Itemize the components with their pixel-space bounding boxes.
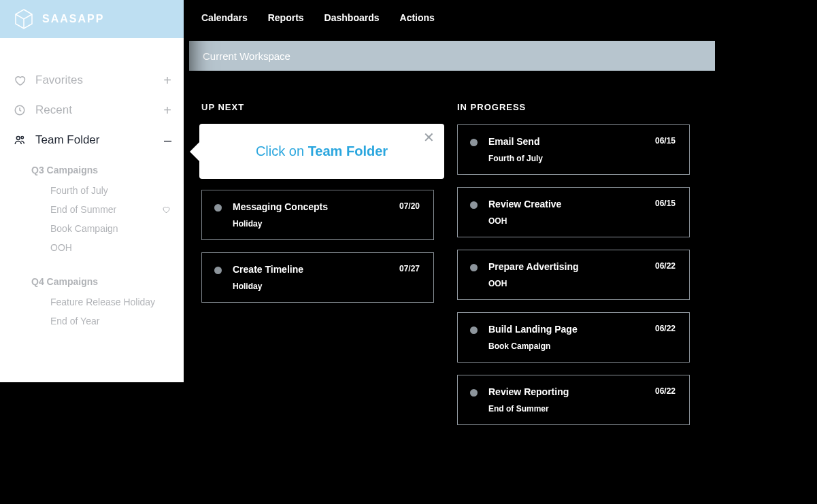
status-dot-icon (214, 267, 222, 274)
minus-icon[interactable]: – (164, 133, 171, 147)
sidebar-sub-item-label: OOH (50, 242, 170, 253)
card-body: Review Creative OOH (488, 199, 644, 226)
card-date: 07/27 (399, 264, 420, 291)
card-date: 06/22 (655, 386, 676, 414)
sidebar-sub-item-label: End of Summer (50, 204, 162, 215)
card-date: 06/15 (655, 136, 676, 163)
task-card[interactable]: Email Send Fourth of July 06/15 (457, 124, 690, 175)
nav-actions[interactable]: Actions (400, 12, 435, 23)
sidebar-item-team-folder[interactable]: Team Folder – (0, 125, 184, 155)
svg-point-1 (16, 137, 20, 140)
card-body: Messaging Concepts Holiday (233, 201, 388, 229)
card-subtitle: OOH (488, 279, 644, 288)
tooltip-text: Click on Team Folder (256, 144, 388, 159)
sidebar-sub-item[interactable]: End of Summer (0, 200, 184, 219)
card-body: Prepare Advertising OOH (488, 261, 644, 288)
card-title: Build Landing Page (488, 324, 644, 335)
status-dot-icon (470, 201, 478, 209)
sidebar-item-label: Recent (35, 103, 163, 117)
sidebar-item-label: Team Folder (35, 133, 164, 147)
card-title: Review Creative (488, 199, 644, 209)
heart-outline-icon (162, 205, 170, 214)
nav-reports[interactable]: Reports (268, 12, 304, 23)
card-title: Create Timeline (233, 264, 388, 275)
plus-icon[interactable]: + (163, 73, 171, 87)
card-subtitle: End of Summer (488, 404, 644, 414)
column-title: IN PROGRESS (457, 102, 690, 112)
sidebar-sub-item[interactable]: End of Year (0, 312, 184, 331)
sidebar-group-header[interactable]: Q3 Campaigns (0, 155, 184, 181)
status-dot-icon (470, 139, 478, 146)
card-subtitle: Holiday (233, 219, 388, 229)
card-date: 06/22 (655, 324, 676, 351)
sidebar-sub-item-label: Feature Release Holiday (50, 297, 170, 307)
card-subtitle: OOH (488, 216, 644, 226)
task-card[interactable]: Prepare Advertising OOH 06/22 (457, 250, 690, 300)
card-date: 06/15 (655, 199, 676, 226)
column-title: UP NEXT (201, 102, 434, 112)
task-card[interactable]: Review Reporting End of Summer 06/22 (457, 375, 690, 425)
people-icon (14, 134, 26, 146)
close-icon[interactable]: ✕ (423, 131, 435, 144)
sidebar-item-favorites[interactable]: Favorites + (0, 65, 184, 95)
card-subtitle: Fourth of July (488, 154, 644, 163)
sidebar: SAASAPP Favorites + Recent + Team Folder… (0, 0, 184, 382)
sidebar-sub-item-label: Fourth of July (50, 185, 170, 196)
card-title: Review Reporting (488, 386, 644, 397)
clock-icon (14, 104, 26, 116)
status-dot-icon (470, 389, 478, 397)
tooltip-emphasis: Team Folder (308, 144, 388, 158)
card-title: Email Send (488, 136, 644, 147)
cube-icon (15, 9, 33, 29)
sidebar-sub-item[interactable]: Fourth of July (0, 181, 184, 200)
workspace-title: Current Workspace (203, 50, 290, 62)
card-title: Prepare Advertising (488, 261, 644, 272)
spacer (0, 38, 184, 65)
sidebar-sub-item[interactable]: OOH (0, 238, 184, 257)
sidebar-sub-item[interactable]: Book Campaign (0, 219, 184, 238)
tooltip-prefix: Click on (256, 144, 308, 158)
sidebar-sub-item[interactable]: Feature Release Holiday (0, 292, 184, 312)
card-body: Create Timeline Holiday (233, 264, 388, 291)
task-card[interactable]: Create Timeline Holiday 07/27 (201, 252, 434, 303)
logo-bar: SAASAPP (0, 0, 184, 38)
card-subtitle: Holiday (233, 282, 388, 291)
column-in-progress: IN PROGRESS Email Send Fourth of July 06… (457, 102, 690, 437)
task-card[interactable]: Build Landing Page Book Campaign 06/22 (457, 312, 690, 363)
sidebar-item-label: Favorites (35, 73, 163, 87)
card-date: 07/20 (399, 201, 420, 229)
top-nav: Calendars Reports Dashboards Actions (201, 12, 435, 23)
workspace-banner: Current Workspace (189, 41, 715, 71)
card-date: 06/22 (655, 261, 676, 288)
status-dot-icon (470, 264, 478, 271)
onboarding-tooltip: Click on Team Folder ✕ (199, 124, 444, 179)
plus-icon[interactable]: + (163, 103, 171, 117)
svg-point-2 (21, 137, 23, 139)
status-dot-icon (470, 326, 478, 334)
sidebar-group-header[interactable]: Q4 Campaigns (0, 267, 184, 292)
task-card[interactable]: Messaging Concepts Holiday 07/20 (201, 190, 434, 240)
sidebar-sub-item-label: Book Campaign (50, 223, 170, 234)
status-dot-icon (214, 204, 222, 212)
card-body: Build Landing Page Book Campaign (488, 324, 644, 351)
card-body: Email Send Fourth of July (488, 136, 644, 163)
sidebar-sub-item-label: End of Year (50, 316, 170, 326)
nav-dashboards[interactable]: Dashboards (324, 12, 380, 23)
heart-icon (14, 74, 26, 86)
card-title: Messaging Concepts (233, 201, 388, 212)
card-subtitle: Book Campaign (488, 341, 644, 351)
card-body: Review Reporting End of Summer (488, 386, 644, 414)
task-card[interactable]: Review Creative OOH 06/15 (457, 187, 690, 237)
sidebar-item-recent[interactable]: Recent + (0, 95, 184, 125)
nav-calendars[interactable]: Calendars (201, 12, 248, 23)
app-name: SAASAPP (42, 13, 104, 25)
